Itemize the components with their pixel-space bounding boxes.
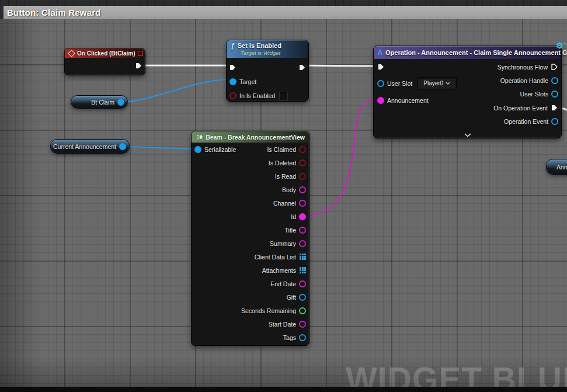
object-wire-btclaim-to-target bbox=[119, 79, 230, 102]
variable-node-current-announcement[interactable]: Current Announcement bbox=[50, 139, 130, 154]
comment-header[interactable]: Button: Claim Reward bbox=[4, 6, 567, 19]
object-out-pin[interactable] bbox=[551, 91, 558, 98]
pin-label: Id bbox=[291, 213, 296, 220]
string-out-pin[interactable] bbox=[299, 227, 306, 234]
pin-label: Attachments bbox=[262, 267, 296, 274]
pin-row: Id bbox=[192, 210, 309, 223]
object-in-pin[interactable] bbox=[377, 80, 384, 87]
bool-out-pin[interactable] bbox=[299, 146, 306, 153]
pin-label: On Operation Event bbox=[493, 105, 548, 112]
pin-row: On Operation Event bbox=[493, 101, 558, 115]
pin-label: Summary bbox=[270, 240, 296, 247]
object-out-pin[interactable] bbox=[117, 99, 124, 106]
node-operation-claim-gift[interactable]: Λ Operation - Announcement - Claim Singl… bbox=[373, 46, 562, 138]
pin-label: Seconds Remaining bbox=[241, 307, 296, 314]
pin-row: Title bbox=[192, 223, 309, 237]
variable-node-announcement-partial[interactable]: Anno bbox=[546, 159, 567, 175]
pin-label: Gift bbox=[287, 294, 296, 301]
pin-row: Channel bbox=[192, 196, 309, 210]
object-in-pin[interactable] bbox=[229, 78, 236, 85]
gear-icon[interactable]: ⚙+ bbox=[556, 41, 566, 50]
string-out-pin[interactable] bbox=[299, 213, 306, 220]
node-title: Operation - Announcement - Claim Single … bbox=[385, 49, 567, 56]
pin-label: Target bbox=[239, 78, 256, 85]
array-pin[interactable] bbox=[300, 267, 301, 269]
pin-label: Is Claimed bbox=[267, 146, 296, 153]
pin-row: Attachments bbox=[192, 263, 309, 277]
break-struct-icon bbox=[196, 134, 203, 140]
string-out-pin[interactable] bbox=[299, 200, 306, 207]
pin-row: User Slots bbox=[493, 88, 558, 101]
variable-label: Bt Claim bbox=[91, 99, 114, 106]
object-out-pin[interactable] bbox=[299, 334, 306, 341]
pin-label: Serializable bbox=[204, 146, 236, 153]
string-wire-id-to-announcement bbox=[302, 99, 377, 216]
node-break-announcementview[interactable]: Beam - Break AnnouncementView Is Claimed… bbox=[191, 131, 309, 346]
graph-background-outside-comment[interactable] bbox=[0, 0, 567, 6]
object-out-pin[interactable] bbox=[119, 143, 126, 150]
node-title: On Clicked (BtClaim) bbox=[77, 50, 135, 57]
pin-row: Start Date bbox=[192, 317, 309, 331]
node-expand-toggle[interactable] bbox=[374, 133, 561, 137]
string-out-pin[interactable] bbox=[299, 186, 306, 193]
node-title: Set Is Enabled bbox=[238, 42, 281, 50]
pin-row: Summary bbox=[192, 237, 309, 250]
pin-label: Is Read bbox=[275, 173, 296, 180]
object-out-pin[interactable] bbox=[299, 294, 306, 301]
bool-out-pin[interactable] bbox=[299, 159, 306, 166]
exec-out-pin[interactable] bbox=[551, 63, 558, 71]
array-pin[interactable] bbox=[300, 254, 301, 255]
node-set-is-enabled[interactable]: ƒ Set Is Enabled Target is Widget Target… bbox=[226, 40, 309, 102]
pin-row: Is Read bbox=[192, 169, 309, 183]
object-in-pin[interactable] bbox=[194, 146, 201, 153]
string-out-pin[interactable] bbox=[299, 280, 306, 287]
pin-label: Channel bbox=[273, 200, 296, 207]
delegate-pin[interactable] bbox=[138, 51, 143, 56]
pin-label: Operation Handle bbox=[500, 77, 548, 84]
exec-in-pin[interactable] bbox=[229, 64, 236, 71]
pin-label: Start Date bbox=[269, 321, 296, 328]
user-slot-dropdown[interactable]: Player0 bbox=[417, 77, 457, 89]
bool-checkbox[interactable] bbox=[279, 92, 288, 100]
comment-title: Button: Claim Reward bbox=[7, 8, 101, 18]
pin-label: Announcement bbox=[387, 97, 429, 104]
pin-label: Is Deleted bbox=[269, 159, 296, 166]
variable-node-bt-claim[interactable]: Bt Claim bbox=[71, 95, 128, 109]
object-out-pin[interactable] bbox=[551, 118, 558, 125]
pin-label: Title bbox=[285, 227, 296, 234]
operation-output-rows: Synchronous FlowOperation HandleUser Slo… bbox=[493, 60, 558, 129]
function-icon: ƒ bbox=[231, 43, 235, 49]
pin-row: Operation Event bbox=[493, 115, 558, 129]
pin-row: Gift bbox=[192, 290, 309, 304]
pin-label: Synchronous Flow bbox=[498, 64, 548, 71]
object-out-pin[interactable] bbox=[551, 77, 558, 84]
bool-out-pin[interactable] bbox=[299, 173, 306, 180]
exec-out-pin[interactable] bbox=[551, 104, 558, 112]
pin-label: End Date bbox=[270, 280, 296, 287]
pin-row: Is Deleted bbox=[192, 156, 309, 169]
node-title: Beam - Break AnnouncementView bbox=[206, 134, 305, 141]
string-in-pin[interactable] bbox=[377, 97, 384, 104]
exec-in-pin[interactable] bbox=[377, 63, 385, 71]
break-output-rows: Is ClaimedIs DeletedIs ReadBodyChannelId… bbox=[192, 143, 309, 344]
pin-row: Operation Handle bbox=[493, 74, 558, 87]
string-out-pin[interactable] bbox=[299, 240, 306, 247]
float-out-pin[interactable] bbox=[299, 307, 306, 314]
pin-label: User Slot bbox=[387, 80, 412, 87]
blueprint-graph-canvas[interactable]: WIDGET BLUEP Button: Claim Reward On Cli… bbox=[0, 0, 567, 392]
variable-label: Current Announcement bbox=[53, 143, 116, 150]
bool-in-pin[interactable] bbox=[229, 92, 236, 99]
pin-row: Client Data List bbox=[192, 250, 309, 263]
variable-label: Anno bbox=[556, 164, 567, 171]
event-icon bbox=[68, 50, 75, 57]
exec-out-pin[interactable] bbox=[298, 64, 306, 71]
pin-row: Body bbox=[192, 183, 309, 196]
node-on-clicked[interactable]: On Clicked (BtClaim) bbox=[64, 48, 145, 75]
exec-out-pin[interactable] bbox=[135, 62, 142, 70]
pin-row: Synchronous Flow bbox=[493, 60, 558, 74]
pin-label: Client Data List bbox=[255, 254, 296, 261]
string-out-pin[interactable] bbox=[299, 321, 306, 328]
bottom-edge-bar bbox=[0, 387, 567, 392]
pin-label: Tags bbox=[283, 334, 296, 341]
pin-label: Operation Event bbox=[504, 118, 548, 125]
